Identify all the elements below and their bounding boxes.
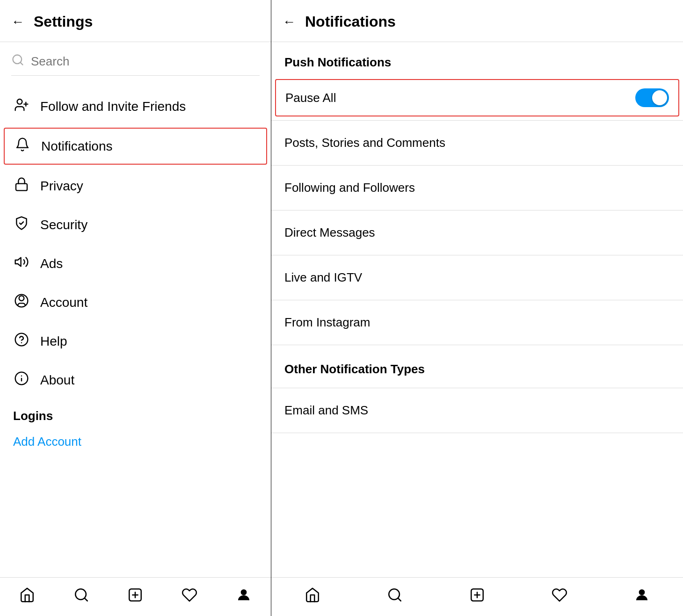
add-account-button[interactable]: Add Account [0,427,271,457]
left-header: ← Settings [0,0,271,42]
left-panel: ← Settings Follow and Invite Friends [0,0,271,616]
left-nav-profile[interactable] [236,587,252,607]
lock-icon [13,177,30,195]
divider-1 [271,120,683,121]
svg-point-7 [19,296,24,301]
following-followers-item[interactable]: Following and Followers [271,169,683,206]
left-back-button[interactable]: ← [11,15,24,29]
other-notification-types-header: Other Notification Types [271,349,683,384]
svg-marker-6 [15,258,21,267]
right-nav-heart[interactable] [552,587,567,607]
notifications-content: Push Notifications Pause All Posts, Stor… [271,42,683,577]
follow-icon [13,97,30,116]
pause-all-row[interactable]: Pause All [275,79,679,116]
about-label: About [40,373,74,388]
search-icon [11,53,24,70]
left-nav-search[interactable] [73,587,89,607]
divider-8 [271,433,683,433]
help-label: Help [40,334,67,349]
settings-title: Settings [34,13,93,30]
privacy-label: Privacy [40,179,83,194]
right-panel: ← Notifications Push Notifications Pause… [271,0,683,616]
right-nav-search[interactable] [387,587,403,607]
right-bottom-nav [271,577,683,616]
ads-label: Ads [40,256,63,271]
security-label: Security [40,217,87,232]
left-bottom-nav [0,577,271,616]
search-input[interactable] [31,54,260,69]
right-nav-plus[interactable] [469,587,485,607]
svg-point-9 [15,333,28,346]
svg-rect-5 [16,184,27,191]
sidebar-item-about[interactable]: About [0,361,271,399]
toggle-knob [652,90,667,105]
divider-5 [271,300,683,300]
svg-point-2 [17,99,22,104]
divider-3 [271,210,683,210]
right-nav-home[interactable] [305,587,320,607]
sidebar-item-privacy[interactable]: Privacy [0,167,271,205]
direct-messages-item[interactable]: Direct Messages [271,214,683,251]
notifications-label: Notifications [41,139,113,154]
divider-6 [271,345,683,345]
sidebar-item-notifications[interactable]: Notifications [4,128,267,165]
svg-line-21 [398,598,401,601]
right-back-button[interactable]: ← [283,15,296,29]
notifications-page-title: Notifications [305,13,396,30]
account-icon [13,293,30,312]
svg-line-1 [20,62,22,65]
follow-invite-label: Follow and Invite Friends [40,99,186,114]
sidebar-item-follow-invite[interactable]: Follow and Invite Friends [0,87,271,126]
email-sms-item[interactable]: Email and SMS [271,392,683,429]
info-icon [13,371,30,389]
right-header: ← Notifications [271,0,683,42]
left-nav-home[interactable] [19,587,35,607]
svg-point-19 [241,590,246,595]
shield-icon [13,216,30,234]
bell-icon [14,137,31,155]
divider-7 [271,388,683,388]
from-instagram-item[interactable]: From Instagram [271,304,683,341]
svg-point-25 [639,590,644,595]
search-bar [11,53,260,76]
logins-section-label: Logins [0,399,271,427]
sidebar-item-account[interactable]: Account [0,283,271,322]
sidebar-item-help[interactable]: Help [0,322,271,361]
settings-menu: Follow and Invite Friends Notifications … [0,83,271,577]
megaphone-icon [13,254,30,273]
help-icon [13,332,30,350]
pause-all-label: Pause All [285,91,336,105]
right-nav-profile[interactable] [634,587,650,607]
left-nav-plus[interactable] [127,587,143,607]
live-igtv-item[interactable]: Live and IGTV [271,259,683,296]
pause-all-toggle[interactable] [635,88,669,107]
divider-2 [271,165,683,166]
sidebar-item-ads[interactable]: Ads [0,244,271,283]
sidebar-item-security[interactable]: Security [0,205,271,244]
push-notifications-header: Push Notifications [271,42,683,77]
posts-stories-item[interactable]: Posts, Stories and Comments [271,124,683,161]
svg-line-15 [84,598,87,601]
left-nav-heart[interactable] [182,587,197,607]
account-label: Account [40,295,87,310]
divider-4 [271,255,683,255]
